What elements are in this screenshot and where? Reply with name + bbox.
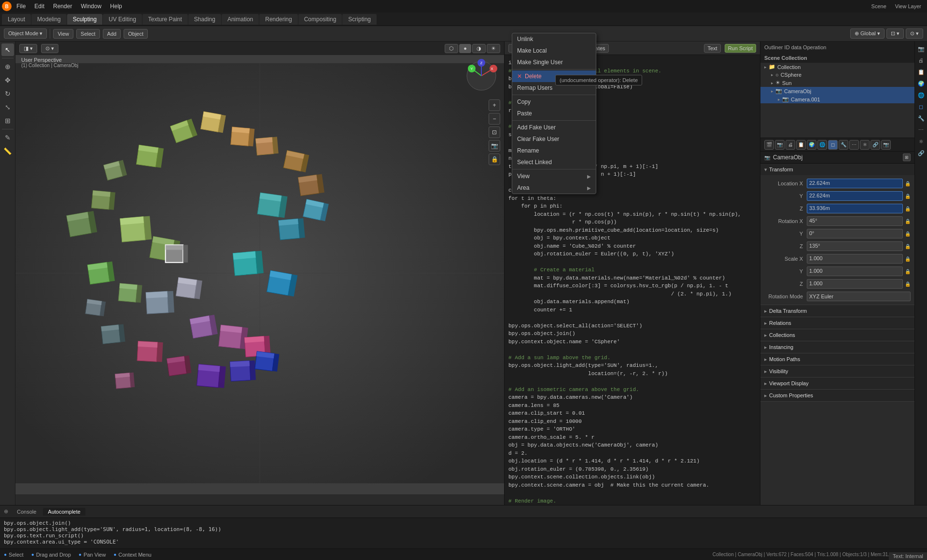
- snap-btn[interactable]: ⊡ ▾: [886, 28, 904, 39]
- render-props-icon[interactable]: 📷: [775, 140, 785, 150]
- transform-tool[interactable]: ⊞: [1, 114, 14, 127]
- constraints-settings-icon[interactable]: 🔗: [916, 148, 927, 158]
- tab-scripting[interactable]: Scripting: [342, 14, 377, 25]
- section-header[interactable]: ▸ Delta Transform: [760, 305, 914, 317]
- scene-icon[interactable]: 🌍: [807, 140, 816, 150]
- section-header[interactable]: ▸ Visibility: [760, 365, 914, 377]
- expand-btn[interactable]: ⊞: [903, 154, 911, 161]
- rotation-value-z[interactable]: 135°: [807, 241, 903, 251]
- menu-help[interactable]: Help: [106, 2, 126, 11]
- lock-sx-icon[interactable]: 🔒: [905, 256, 911, 262]
- outliner-tree-item[interactable]: ▸ 📷 Camera.001: [760, 95, 914, 103]
- rotation-value-x[interactable]: 45°: [807, 216, 903, 226]
- rendered-btn[interactable]: ☀: [487, 44, 500, 53]
- lock-view-btn[interactable]: 🔒: [489, 154, 500, 165]
- menu-file[interactable]: File: [13, 2, 29, 11]
- blender-logo[interactable]: B: [2, 1, 12, 11]
- navigation-gizmo[interactable]: X Y Z: [464, 59, 498, 93]
- console-tab[interactable]: Console: [12, 508, 41, 516]
- run-script-btn[interactable]: Run Script: [725, 44, 756, 53]
- material-preview-btn[interactable]: ◑: [472, 44, 486, 53]
- scale-tool[interactable]: ⤡: [1, 101, 14, 113]
- scale-value-y[interactable]: 1.000: [807, 266, 903, 276]
- lock-rx-icon[interactable]: 🔒: [905, 219, 911, 224]
- lock-ry-icon[interactable]: 🔒: [905, 231, 911, 237]
- view-layer-tab-icon[interactable]: 📋: [916, 67, 927, 77]
- tab-sculpting[interactable]: Sculpting: [67, 14, 102, 25]
- zoom-out-btn[interactable]: −: [489, 113, 500, 125]
- 3d-viewport[interactable]: ◨ ▾ ⊙ ▾ ⬡ ● ◑ ☀ User Perspective (1) Col…: [15, 42, 504, 505]
- solid-btn[interactable]: ●: [459, 44, 471, 53]
- autocomplete-tab[interactable]: Autocomplete: [43, 508, 85, 516]
- cursor-tool[interactable]: ⊕: [1, 60, 14, 73]
- particles-icon[interactable]: ⋯: [849, 140, 859, 150]
- location-value-z[interactable]: 33.936m: [807, 204, 903, 213]
- particles-settings-icon[interactable]: ⋯: [916, 125, 927, 135]
- tab-modeling[interactable]: Modeling: [31, 14, 67, 25]
- tab-shading[interactable]: Shading: [188, 14, 221, 25]
- section-header[interactable]: ▸ Custom Properties: [760, 390, 914, 401]
- select-tool[interactable]: ↖: [1, 43, 14, 56]
- object-data-icon[interactable]: 📷: [881, 140, 891, 150]
- transform-header[interactable]: ▾ Transform: [760, 164, 914, 175]
- lock-x-icon[interactable]: 🔒: [905, 181, 911, 186]
- outliner-tree-item[interactable]: ▸ 📷 CameraObj: [760, 87, 914, 95]
- physics-settings-icon[interactable]: ⚛: [916, 136, 927, 147]
- ctx-make-local[interactable]: Make Local: [512, 45, 596, 56]
- modifier-settings-icon[interactable]: 🔧: [916, 113, 927, 124]
- physics-icon[interactable]: ⚛: [860, 140, 870, 150]
- tab-texture-paint[interactable]: Texture Paint: [142, 14, 188, 25]
- location-value-x[interactable]: 22.624m: [807, 179, 903, 188]
- scene-settings-icon[interactable]: 🌍: [916, 78, 927, 89]
- world-settings-icon[interactable]: 🌐: [916, 90, 927, 100]
- outliner-tree-item[interactable]: ▸ 📁 Collection: [760, 63, 914, 71]
- lock-rz-icon[interactable]: 🔒: [905, 244, 911, 249]
- viewport-overlay-btn[interactable]: ⊙ ▾: [41, 44, 58, 53]
- tab-layout[interactable]: Layout: [2, 14, 31, 25]
- object-settings-icon[interactable]: ◻: [916, 101, 927, 112]
- ctx-rename[interactable]: Rename: [512, 145, 596, 156]
- wireframe-btn[interactable]: ⬡: [445, 44, 458, 53]
- lock-sy-icon[interactable]: 🔒: [905, 269, 911, 274]
- world-icon[interactable]: 🌐: [817, 140, 827, 150]
- lock-y-icon[interactable]: 🔒: [905, 194, 911, 199]
- ctx-unlink[interactable]: Unlink: [512, 33, 596, 45]
- camera-view-btn[interactable]: 📷: [489, 140, 500, 152]
- zoom-in-btn[interactable]: +: [489, 99, 500, 111]
- ctx-area[interactable]: Area ▶: [512, 182, 596, 194]
- ctx-copy[interactable]: Copy: [512, 96, 596, 108]
- output-icon[interactable]: 🖨: [916, 55, 927, 66]
- ctx-add-fake-user[interactable]: Add Fake User: [512, 122, 596, 133]
- move-tool[interactable]: ✥: [1, 74, 14, 86]
- scale-value-x[interactable]: 1.000: [807, 254, 903, 264]
- rotate-tool[interactable]: ↻: [1, 87, 14, 100]
- viewport-shading-btn[interactable]: ◨ ▾: [19, 44, 37, 53]
- section-header[interactable]: ▸ Viewport Display: [760, 378, 914, 389]
- add-menu-btn[interactable]: Add: [103, 29, 121, 39]
- rotation-value-y[interactable]: 0°: [807, 229, 903, 238]
- modifier-icon[interactable]: 🔧: [839, 140, 848, 150]
- view-menu-btn[interactable]: View: [53, 29, 73, 39]
- tab-uv-editing[interactable]: UV Editing: [103, 14, 142, 25]
- code-text-btn[interactable]: Text: [704, 44, 720, 53]
- tab-compositing[interactable]: Compositing: [298, 14, 342, 25]
- ctx-make-single-user[interactable]: Make Single User: [512, 56, 596, 68]
- frame-all-btn[interactable]: ⊡: [489, 126, 500, 138]
- ctx-view[interactable]: View ▶: [512, 170, 596, 182]
- scene-props-icon[interactable]: 🎬: [764, 140, 774, 150]
- outliner-tree-item[interactable]: ▸ ○ CSphere: [760, 71, 914, 79]
- section-header[interactable]: ▸ Motion Paths: [760, 353, 914, 365]
- section-header[interactable]: ▸ Collections: [760, 329, 914, 341]
- tab-rendering[interactable]: Rendering: [259, 14, 297, 25]
- object-mode-button[interactable]: Object Mode ▾: [4, 28, 47, 39]
- section-header[interactable]: ▸ Instancing: [760, 341, 914, 353]
- annotate-tool[interactable]: ✎: [1, 131, 14, 144]
- view-layer-icon[interactable]: 📋: [796, 140, 806, 150]
- select-menu-btn[interactable]: Select: [76, 29, 100, 39]
- scale-value-z[interactable]: 1.000: [807, 279, 903, 289]
- measure-tool[interactable]: 📏: [1, 145, 14, 157]
- constraints-icon[interactable]: 🔗: [871, 140, 880, 150]
- menu-edit[interactable]: Edit: [30, 2, 48, 11]
- lock-sz-icon[interactable]: 🔒: [905, 281, 911, 287]
- outliner-tree-item[interactable]: ▸ ☀ Sun: [760, 79, 914, 87]
